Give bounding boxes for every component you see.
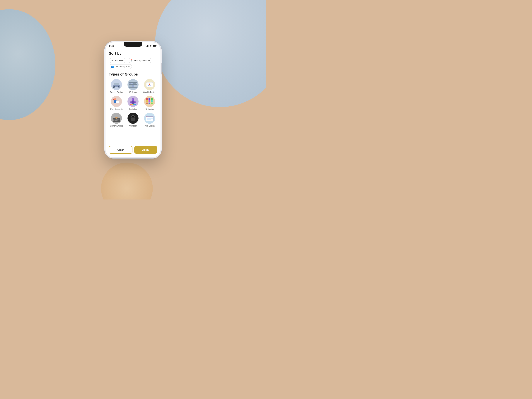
clear-button[interactable]: Clear [109, 146, 133, 154]
group-label-user-research: User Research [110, 108, 123, 110]
svg-rect-15 [129, 82, 137, 83]
svg-rect-1 [147, 46, 147, 47]
group-avatar-graphic-design: G DESK [144, 79, 155, 90]
svg-point-77 [148, 116, 148, 117]
svg-point-69 [131, 117, 135, 121]
wifi-icon [149, 45, 152, 47]
group-content-writing[interactable]: Content Writing [109, 113, 124, 127]
svg-rect-33 [116, 102, 118, 102]
people-icon: 👥 [111, 65, 114, 68]
apply-button[interactable]: Apply [134, 146, 157, 154]
chip-near-location-label: Near My Location [134, 59, 150, 62]
chip-community-size[interactable]: 👥 Community Size [109, 64, 132, 69]
group-label-product-design: Product Design [110, 91, 123, 93]
svg-point-11 [114, 87, 115, 88]
svg-rect-9 [114, 83, 119, 85]
svg-rect-39 [132, 101, 134, 104]
svg-rect-32 [116, 101, 119, 101]
svg-rect-50 [146, 100, 148, 102]
group-product-design[interactable]: Product Design [109, 79, 124, 93]
svg-rect-59 [114, 119, 115, 120]
svg-point-70 [132, 116, 133, 117]
group-graphic-design[interactable]: G DESK Graphic Design [142, 79, 157, 93]
group-avatar-product-design [111, 79, 122, 90]
svg-point-78 [149, 116, 149, 117]
svg-rect-81 [147, 120, 150, 120]
svg-point-71 [133, 116, 134, 117]
svg-rect-2 [147, 45, 148, 47]
svg-rect-27 [148, 87, 151, 87]
svg-rect-47 [146, 98, 148, 100]
group-animation[interactable]: Animation [126, 113, 140, 127]
svg-rect-79 [147, 118, 152, 119]
chip-community-size-label: Community Size [115, 65, 129, 68]
svg-rect-51 [149, 100, 150, 102]
group-user-research[interactable]: User Research [109, 96, 124, 110]
svg-rect-6 [156, 45, 157, 46]
group-label-web-design: Web Design [145, 125, 155, 127]
group-avatar-user-research [111, 96, 122, 107]
bottom-buttons: Clear Apply [106, 144, 160, 157]
group-label-content-writing: Content Writing [110, 125, 123, 127]
svg-rect-16 [129, 84, 137, 85]
svg-rect-63 [113, 120, 114, 121]
group-label-ui-design: UI Design [146, 108, 154, 110]
svg-point-43 [132, 104, 133, 105]
group-ui-design[interactable]: UI Design [142, 96, 157, 110]
svg-point-38 [132, 99, 133, 100]
svg-rect-54 [149, 102, 150, 104]
group-avatar-web-design [144, 113, 155, 124]
svg-rect-64 [114, 120, 117, 121]
svg-rect-60 [116, 119, 117, 120]
svg-rect-22 [132, 85, 134, 87]
chip-best-rated[interactable]: ★ Best Rated [109, 58, 126, 63]
chip-near-location[interactable]: 📍 Near My Location [128, 58, 152, 63]
group-3d-design[interactable]: 3D Design [126, 79, 140, 93]
svg-rect-65 [117, 120, 118, 121]
group-web-design[interactable]: Web Design [142, 113, 157, 127]
svg-rect-34 [113, 99, 114, 101]
group-avatar-3d-design [127, 79, 139, 90]
svg-rect-18 [129, 83, 131, 84]
group-label-3d-design: 3D Design [129, 91, 137, 93]
sort-title: Sort by [109, 51, 157, 56]
group-label-graphic-design: Graphic Design [143, 91, 156, 93]
star-icon: ★ [111, 59, 113, 62]
group-avatar-illustration [127, 96, 139, 107]
groups-grid: Product Design [109, 79, 157, 127]
svg-rect-0 [146, 46, 146, 47]
svg-point-44 [133, 104, 134, 105]
svg-rect-41 [134, 101, 136, 103]
status-time: 9:41 [109, 44, 114, 47]
svg-rect-58 [113, 119, 114, 120]
bg-blob-peach-bottom [101, 163, 153, 200]
group-avatar-content-writing [111, 113, 122, 124]
svg-rect-61 [117, 119, 118, 120]
phone-frame: 9:41 [104, 41, 162, 158]
svg-rect-17 [129, 87, 137, 88]
svg-rect-62 [118, 119, 119, 120]
svg-point-76 [146, 116, 147, 117]
battery-icon [153, 45, 157, 47]
bg-blob-blue [155, 0, 266, 107]
phone-notch [124, 42, 142, 47]
svg-text:DESK: DESK [148, 85, 151, 86]
types-title: Types of Groups [109, 72, 157, 76]
status-icons [146, 45, 157, 47]
svg-point-42 [130, 104, 132, 105]
group-illustration[interactable]: Illustration [126, 96, 140, 110]
group-label-animation: Animation [129, 125, 137, 127]
svg-rect-40 [130, 101, 132, 103]
phone-content[interactable]: Sort by ★ Best Rated 📍 Near My Location … [106, 48, 160, 144]
svg-rect-5 [153, 45, 156, 47]
svg-point-66 [115, 117, 118, 119]
svg-rect-21 [129, 85, 132, 87]
svg-rect-3 [148, 45, 149, 47]
group-avatar-animation [127, 113, 139, 124]
chip-best-rated-label: Best Rated [114, 59, 124, 62]
group-label-illustration: Illustration [129, 108, 137, 110]
pin-icon: 📍 [130, 59, 133, 62]
svg-rect-48 [149, 98, 150, 100]
svg-rect-19 [132, 83, 133, 84]
svg-rect-49 [151, 98, 152, 100]
